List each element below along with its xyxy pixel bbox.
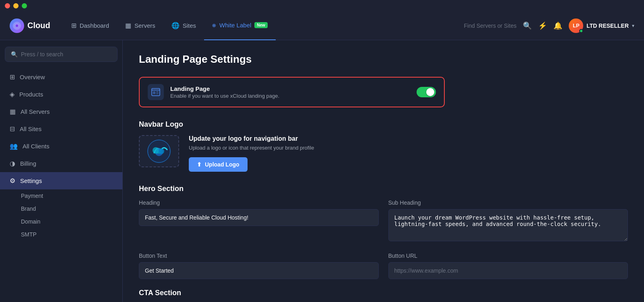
svg-point-8 xyxy=(153,147,159,154)
layout: 🔍 Press / to search ⊞ Overview ◈ Product… xyxy=(0,40,644,302)
sidebar-item-products[interactable]: ◈ Products xyxy=(0,86,122,103)
logo-icon xyxy=(10,18,24,33)
page-title: Landing Page Settings xyxy=(139,53,628,66)
logo-text: Cloud xyxy=(27,21,50,30)
landing-page-icon xyxy=(148,84,164,100)
sidebar-sub-smtp[interactable]: SMTP xyxy=(0,228,122,241)
upload-icon: ⬆ xyxy=(197,161,202,168)
heading-input[interactable] xyxy=(139,209,379,226)
user-menu[interactable]: LP LTD RESELLER ▾ xyxy=(569,18,634,33)
user-status-badge xyxy=(579,29,583,33)
landing-page-toggle-card: Landing Page Enable if you want to use x… xyxy=(139,77,445,107)
button-text-label: Button Text xyxy=(139,253,379,259)
minimize-btn[interactable] xyxy=(13,3,19,8)
button-url-label: Button URL xyxy=(388,253,628,259)
svg-rect-4 xyxy=(156,93,159,94)
sidebar-item-overview[interactable]: ⊞ Overview xyxy=(0,68,122,86)
nav-item-servers[interactable]: ▦ Servers xyxy=(117,11,163,40)
logo-preview-box xyxy=(139,135,179,167)
nav-item-dashboard[interactable]: ⊞ Dashboard xyxy=(63,11,117,40)
sidebar-sub-domain[interactable]: Domain xyxy=(0,215,122,228)
billing-icon: ◑ xyxy=(10,160,15,167)
navbar-logo-row: Update your logo for navigation bar Uplo… xyxy=(139,135,628,172)
search-text: Find Servers or Sites xyxy=(464,23,517,29)
close-btn[interactable] xyxy=(5,3,10,8)
navbar-logo-info: Update your logo for navigation bar Uplo… xyxy=(189,135,628,172)
svg-point-0 xyxy=(16,25,18,27)
all-clients-icon: 👥 xyxy=(10,142,18,150)
heading-field: Heading xyxy=(139,199,379,243)
button-text-field: Button Text xyxy=(139,253,379,279)
search-icon[interactable]: 🔍 xyxy=(523,21,532,30)
toggle-card-title: Landing Page xyxy=(170,85,410,92)
nav-right: Find Servers or Sites 🔍 ⚡ 🔔 LP LTD RESEL… xyxy=(464,18,634,33)
navbar-logo-section-title: Navbar Logo xyxy=(139,120,628,129)
sidebar-sub-payment[interactable]: Payment xyxy=(0,189,122,202)
logo-preview-svg xyxy=(146,138,172,164)
hero-section-title: Hero Section xyxy=(139,185,628,193)
subheading-field: Sub Heading Launch your dream WordPress … xyxy=(388,199,628,243)
toggle-card-text: Landing Page Enable if you want to use x… xyxy=(170,85,410,99)
hero-heading-row: Heading Sub Heading Launch your dream Wo… xyxy=(139,199,628,243)
maximize-btn[interactable] xyxy=(22,3,27,8)
sidebar-item-all-servers[interactable]: ▦ All Servers xyxy=(0,103,122,120)
hero-button-row: Button Text Button URL xyxy=(139,253,628,279)
titlebar xyxy=(0,0,644,11)
sidebar-item-settings[interactable]: ⚙ Settings xyxy=(0,172,122,189)
overview-icon: ⊞ xyxy=(10,73,15,81)
svg-rect-3 xyxy=(156,91,159,92)
svg-point-9 xyxy=(159,148,164,154)
navbar-logo-desc: Upload a logo or icon that represent you… xyxy=(189,145,628,151)
subheading-textarea[interactable]: Launch your dream WordPress website with… xyxy=(388,209,628,241)
upload-logo-button[interactable]: ⬆ Upload Logo xyxy=(189,157,248,172)
nav-item-whitelabel[interactable]: ⎈ White Label New xyxy=(204,11,276,40)
nav-item-sites[interactable]: 🌐 Sites xyxy=(163,11,204,40)
toggle-card-desc: Enable if you want to use xCloud landing… xyxy=(170,93,410,99)
new-badge: New xyxy=(254,22,268,28)
main-content: Landing Page Settings Landing Page Enabl… xyxy=(123,40,644,302)
nav-items: ⊞ Dashboard ▦ Servers 🌐 Sites ⎈ White La… xyxy=(63,11,464,40)
button-url-field: Button URL xyxy=(388,253,628,279)
all-sites-icon: ⊟ xyxy=(10,125,15,133)
signal-icon[interactable]: ⚡ xyxy=(538,21,547,30)
sidebar-item-all-clients[interactable]: 👥 All Clients xyxy=(0,138,122,155)
cta-section-title: CTA Section xyxy=(139,289,628,297)
landing-page-toggle[interactable] xyxy=(417,87,436,97)
sidebar-item-all-sites[interactable]: ⊟ All Sites xyxy=(0,120,122,138)
topnav: Cloud ⊞ Dashboard ▦ Servers 🌐 Sites ⎈ Wh… xyxy=(0,11,644,40)
sidebar: 🔍 Press / to search ⊞ Overview ◈ Product… xyxy=(0,40,123,302)
avatar: LP xyxy=(569,18,583,33)
svg-rect-2 xyxy=(153,91,155,94)
dropdown-arrow-icon: ▾ xyxy=(632,23,634,29)
servers-icon: ▦ xyxy=(125,22,131,29)
sidebar-search-icon: 🔍 xyxy=(11,51,18,58)
button-text-input[interactable] xyxy=(139,262,379,279)
sidebar-search[interactable]: 🔍 Press / to search xyxy=(5,47,118,62)
logo-area: Cloud xyxy=(10,18,50,33)
heading-label: Heading xyxy=(139,199,379,206)
sites-icon: 🌐 xyxy=(171,22,180,29)
subheading-label: Sub Heading xyxy=(388,199,628,206)
all-servers-icon: ▦ xyxy=(10,108,16,115)
sidebar-sub-brand[interactable]: Brand xyxy=(0,202,122,215)
button-url-input[interactable] xyxy=(388,262,628,279)
navbar-logo-title: Update your logo for navigation bar xyxy=(189,135,628,142)
bell-icon[interactable]: 🔔 xyxy=(553,21,562,30)
dashboard-icon: ⊞ xyxy=(71,22,76,29)
settings-icon: ⚙ xyxy=(10,177,15,185)
sidebar-item-billing[interactable]: ◑ Billing xyxy=(0,155,122,172)
products-icon: ◈ xyxy=(10,90,14,98)
whitelabel-icon: ⎈ xyxy=(212,22,216,29)
